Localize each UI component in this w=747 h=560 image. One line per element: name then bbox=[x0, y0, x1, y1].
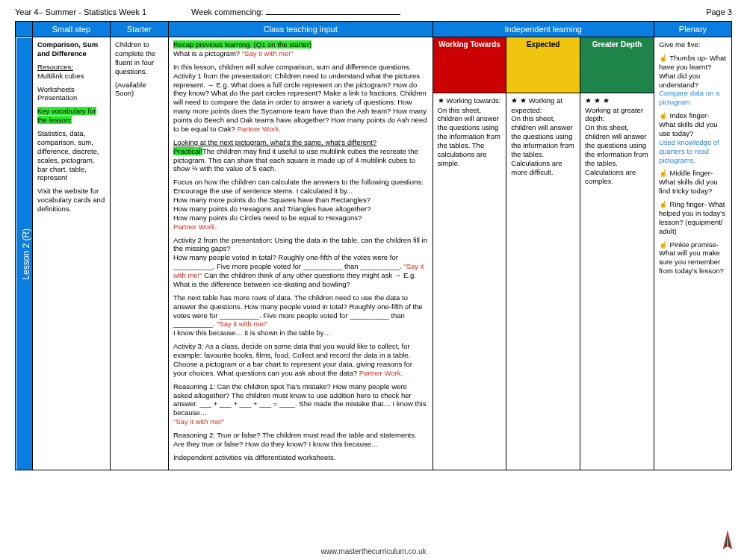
page-header: Year 4– Summer - Statistics Week 1 Week … bbox=[15, 7, 732, 16]
col-teaching: Class teaching input bbox=[168, 22, 433, 37]
lesson-label: Lesson 2 (R) bbox=[16, 37, 33, 470]
plenary-cell: Give me five: ☝ Thumbs up- What have you… bbox=[654, 37, 731, 470]
working-towards-header: Working Towards bbox=[433, 37, 506, 93]
lesson-plan-table: Small step Starter Class teaching input … bbox=[15, 21, 732, 470]
header-right: Page 3 bbox=[706, 7, 732, 16]
col-independent: Independent learning bbox=[433, 22, 654, 37]
teaching-cell: Recap previous learning. (Q1 on the star… bbox=[168, 37, 433, 470]
col-plenary: Plenary bbox=[654, 22, 731, 37]
small-step-cell: Comparison, Sum and Difference Resources… bbox=[32, 37, 110, 470]
header-center: Week commencing: bbox=[191, 7, 400, 16]
expected-header: Expected bbox=[506, 37, 580, 93]
blank-header bbox=[16, 22, 33, 37]
working-towards-cell: ★ Working towards:On this sheet, childre… bbox=[433, 93, 506, 470]
starter-cell: Children to complete the fluent in four … bbox=[110, 37, 168, 470]
expected-cell: ★ ★ Working at expected:On this sheet, c… bbox=[506, 93, 580, 470]
header-left: Year 4– Summer - Statistics Week 1 bbox=[15, 7, 146, 16]
greater-depth-header: Greater Depth bbox=[580, 37, 654, 93]
greater-depth-cell: ★ ★ ★Working at greater depth:On this sh… bbox=[580, 93, 654, 470]
footer-url: www.masterthecurriculum.co.uk bbox=[0, 547, 747, 556]
col-small-step: Small step bbox=[32, 22, 110, 37]
col-starter: Starter bbox=[110, 22, 168, 37]
logo-icon bbox=[719, 529, 736, 553]
